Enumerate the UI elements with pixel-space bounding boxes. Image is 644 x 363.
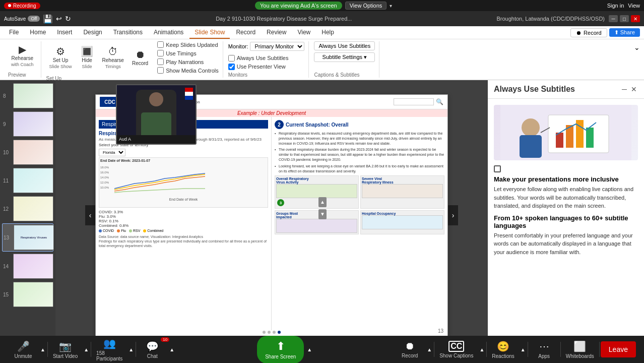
tab-review[interactable]: Review [262, 27, 291, 39]
slide-prev-button[interactable]: ‹ [85, 205, 95, 225]
reactions-button[interactable]: 😊 Reactions [488, 338, 518, 361]
camera-video [117, 85, 196, 135]
show-captions-button[interactable]: CC Show Captions [435, 339, 477, 360]
dot-1[interactable] [263, 331, 266, 334]
tab-slideshow[interactable]: Slide Show [189, 27, 230, 39]
chat-caret[interactable]: ▲ [168, 346, 175, 353]
undo-icon[interactable]: ↩ [56, 15, 62, 23]
record-caret[interactable]: ▲ [426, 346, 433, 353]
setup-slideshow-button[interactable]: ⚙ Set Up Slide Show [46, 45, 75, 70]
video-caret[interactable]: ▲ [83, 346, 90, 353]
whiteboards-button[interactable]: ⬜ Whiteboards [562, 338, 598, 361]
ribbon-record-button[interactable]: ⏺ Record [570, 28, 607, 37]
always-use-subtitles-button[interactable]: Always Use Subtitles [314, 41, 375, 50]
ribbon-share-button[interactable]: ⬆ Share [609, 28, 640, 37]
svg-text:14.0%: 14.0% [100, 176, 109, 179]
slide-img-10 [13, 140, 53, 165]
chart-area: End Date of Week: 2023-01-07 18.0% 16.0%… [99, 157, 268, 208]
hide-slide-button[interactable]: 🔳 Hide Slide [77, 45, 97, 70]
sign-in-link[interactable]: Sign in [607, 3, 624, 9]
participants-button[interactable]: 👥 158Participants [92, 335, 126, 363]
panel-collapse-button[interactable]: ─ [621, 84, 628, 94]
slide-thumb-12[interactable]: 12 [2, 195, 53, 222]
participants-caret[interactable]: ▲ [127, 346, 135, 353]
view-label[interactable]: View [628, 3, 640, 9]
tab-insert[interactable]: Insert [52, 27, 77, 39]
dot-4[interactable] [278, 331, 281, 334]
record-button-ribbon[interactable]: ⏺ Record [129, 48, 151, 67]
share-screen-button[interactable]: ⬆ Share Screen [257, 336, 304, 364]
use-timings-check[interactable]: Use Timings [157, 50, 219, 56]
view-options-button[interactable]: View Options [345, 2, 387, 10]
slide-img-15 [13, 282, 53, 307]
reactions-icon: 😊 [497, 340, 509, 352]
play-narrations-check[interactable]: Play Narrations [157, 58, 219, 65]
slide-thumb-11[interactable]: 11 [2, 167, 53, 194]
ribbon-group-monitors: Monitor: Primary Monitor Always Use Subt… [224, 41, 309, 78]
panel-close-button[interactable]: ✕ [630, 84, 638, 94]
subtitle-checkbox[interactable] [494, 165, 501, 172]
tab-view[interactable]: View [292, 27, 315, 39]
leave-button[interactable]: Leave [601, 341, 636, 357]
record-bottom-button[interactable]: ⏺ Record [395, 338, 425, 360]
slide-num-13: 13 [4, 235, 12, 240]
slide-thumb-8[interactable]: 8 [2, 82, 53, 109]
tab-record[interactable]: Record [231, 27, 261, 39]
scroll-down-button[interactable]: ▼ [318, 209, 327, 219]
flu-stat: Flu: 3.0% [99, 214, 268, 219]
tab-design[interactable]: Design [78, 27, 107, 39]
rehearse-coach-button[interactable]: ▶ Rehearse with Coach [8, 43, 37, 68]
slide-thumb-10[interactable]: 10 [2, 139, 53, 166]
bottom-left-buttons: 🎤 Unmute ▲ 📷 Start Video ▲ 👥 158Particip… [8, 335, 175, 363]
reactions-caret[interactable]: ▲ [520, 346, 527, 353]
redo-icon[interactable]: ↻ [65, 15, 71, 23]
apps-button[interactable]: ⋯ Apps [529, 338, 559, 361]
slide-thumb-15[interactable]: 15 [2, 281, 53, 308]
tab-file[interactable]: File [4, 27, 24, 39]
captions-caret[interactable]: ▲ [478, 346, 485, 353]
dot-3[interactable] [273, 331, 276, 334]
close-button[interactable]: ✕ [631, 15, 640, 22]
mini-chart-3 [276, 219, 357, 233]
ribbon-actions: ⏺ Record ⬆ Share [570, 28, 640, 37]
chart-stats: COVID: 3.3% Flu: 3.0% RSV: 0.1% Combined… [99, 210, 268, 228]
slide-thumb-13[interactable]: 13 Respiratory Viruses [2, 223, 53, 252]
tab-help[interactable]: Help [316, 27, 339, 39]
slide-panel[interactable]: 8 9 10 11 12 [0, 80, 55, 336]
slide-search-input[interactable] [394, 98, 434, 105]
slide-thumb-14[interactable]: 14 [2, 253, 53, 280]
chat-label: Chat [147, 353, 158, 359]
slide-thumb-9[interactable]: 9 [2, 110, 53, 138]
slide-number: 13 [438, 328, 443, 334]
slide-next-button[interactable]: › [448, 205, 458, 225]
slide-num-15: 15 [3, 292, 11, 297]
scroll-up-button[interactable]: ▲ [318, 197, 327, 207]
unmute-caret[interactable]: ▲ [39, 346, 46, 353]
rehearse-timings-button[interactable]: ⏱ Rehearse Timings [99, 45, 127, 70]
minimize-button[interactable]: ─ [609, 15, 618, 22]
monitor-select[interactable]: Primary Monitor [250, 42, 304, 51]
tab-transitions[interactable]: Transitions [108, 27, 148, 39]
search-icon[interactable]: 🔍 [436, 98, 443, 105]
tab-home[interactable]: Home [25, 27, 51, 39]
unmute-button[interactable]: 🎤 Unmute [8, 338, 38, 361]
rsv-dot [129, 229, 132, 232]
panel-controls: ─ ✕ [621, 84, 638, 94]
slide-num-14: 14 [3, 264, 11, 269]
maximize-button[interactable]: □ [620, 15, 629, 22]
use-presenter-view-check[interactable]: Use Presenter View [228, 64, 305, 70]
subtitle-settings-button[interactable]: Subtitle Settings ▾ [314, 52, 375, 62]
autosave-toggle[interactable]: Off [28, 16, 40, 22]
share-screen-caret[interactable]: ▲ [306, 346, 313, 353]
start-video-button[interactable]: 📷 Start Video [49, 338, 82, 361]
collapse-ribbon-button[interactable]: ⌄ [634, 43, 640, 51]
save-icon[interactable]: 💾 [43, 14, 53, 24]
show-media-controls-check[interactable]: Show Media Controls [157, 67, 219, 74]
always-use-subtitles-check[interactable]: Always Use Subtitles [228, 55, 305, 62]
slide-main-content: Respiratory Viruses Respiratory Virus Ac… [96, 117, 447, 330]
dropdown-caret[interactable]: ▾ [390, 3, 392, 9]
state-selector[interactable]: Florida [99, 149, 125, 156]
keep-slides-updated-check[interactable]: Keep Slides Updated [157, 41, 219, 48]
dot-2[interactable] [268, 331, 271, 334]
tab-animations[interactable]: Animations [149, 27, 188, 39]
